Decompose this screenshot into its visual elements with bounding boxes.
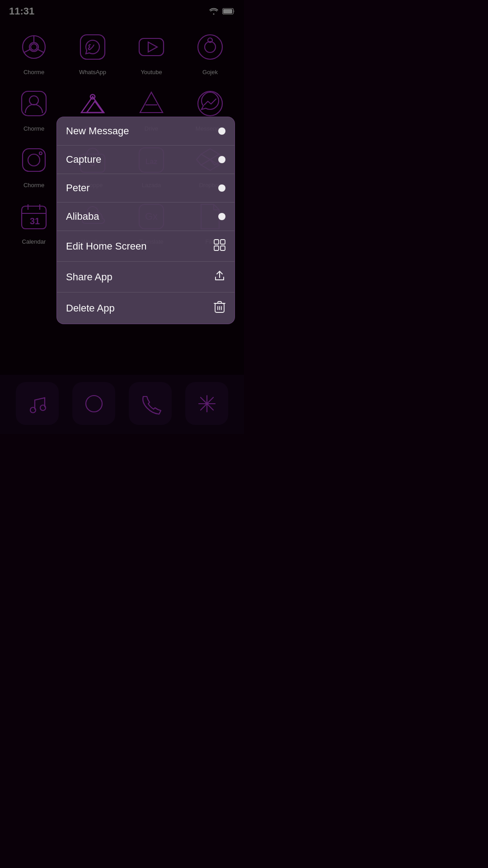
delete-app-label: Delete App <box>66 302 115 314</box>
menu-item-share-app[interactable]: Share App <box>57 262 235 292</box>
new-message-radio <box>218 127 225 135</box>
peter-label: Peter <box>66 182 90 194</box>
edit-home-icon <box>214 239 225 253</box>
new-message-label: New Message <box>66 125 129 137</box>
alibaba-label: Alibaba <box>66 211 99 222</box>
delete-app-icon <box>214 301 225 316</box>
svg-rect-43 <box>214 246 219 250</box>
menu-item-edit-home[interactable]: Edit Home Screen <box>57 231 235 262</box>
capture-radio <box>218 156 225 163</box>
svg-rect-42 <box>221 240 225 244</box>
edit-home-label: Edit Home Screen <box>66 241 147 252</box>
svg-rect-44 <box>221 246 225 250</box>
menu-item-peter[interactable]: Peter <box>57 174 235 203</box>
context-menu: New Message Capture Peter Alibaba Edit H… <box>56 117 235 324</box>
alibaba-radio <box>218 213 225 220</box>
peter-radio <box>218 184 225 192</box>
share-app-label: Share App <box>66 271 113 283</box>
svg-rect-41 <box>214 240 219 244</box>
capture-label: Capture <box>66 154 101 165</box>
menu-item-capture[interactable]: Capture <box>57 146 235 174</box>
menu-item-new-message[interactable]: New Message <box>57 117 235 146</box>
menu-item-alibaba[interactable]: Alibaba <box>57 203 235 231</box>
menu-item-delete-app[interactable]: Delete App <box>57 292 235 324</box>
share-app-icon <box>214 270 225 284</box>
